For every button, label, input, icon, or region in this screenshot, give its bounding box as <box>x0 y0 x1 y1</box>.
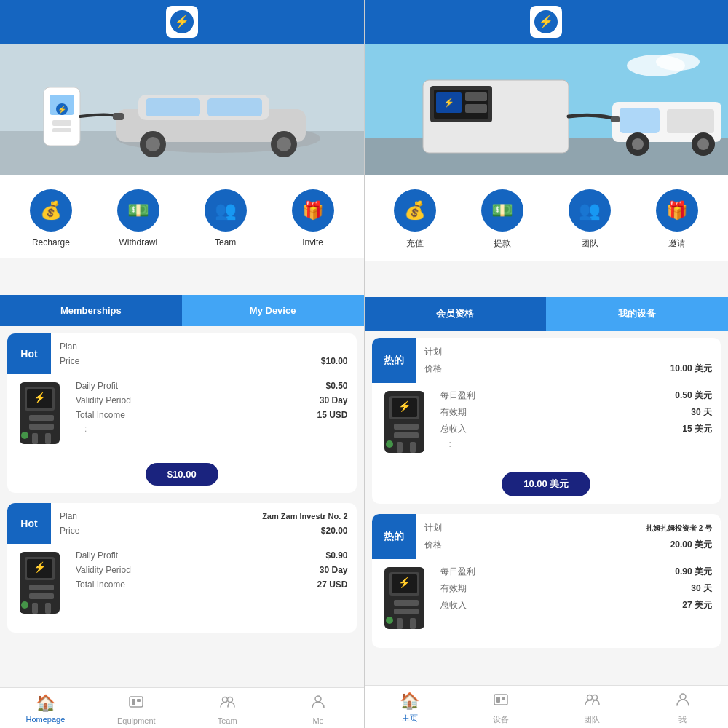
logo-left: ⚡ <box>166 6 198 38</box>
tuandui-label: 团队 <box>581 237 598 250</box>
svg-rect-7 <box>146 98 200 116</box>
plan-info-r2: 计划 扎姆扎姆投资者 2 号 价格 20.00 美元 <box>416 514 721 559</box>
nav-team-left[interactable]: Team <box>182 694 273 725</box>
svg-point-12 <box>277 137 291 151</box>
spacer-right2 <box>365 275 729 297</box>
tikuan-label: 提款 <box>494 237 511 250</box>
svg-rect-83 <box>494 695 507 705</box>
icon-invite[interactable]: 🎁 Invite <box>292 189 334 248</box>
recharge-label: Recharge <box>32 237 70 248</box>
chongzhi-icon: 💰 <box>394 189 436 232</box>
plan-info-r1: 计划 价格 10.00 美元 <box>416 338 721 383</box>
tab-mydevice[interactable]: My Device <box>182 295 364 326</box>
plan-header-2: Hot Plan Zam Zam Investr No. 2 Price $20… <box>7 503 357 544</box>
nav-me-label-left: Me <box>312 716 323 725</box>
svg-rect-8 <box>207 98 262 116</box>
nav-team-right[interactable]: 团队 <box>546 692 637 725</box>
nav-team-label-left: Team <box>218 716 237 725</box>
detail-daily-profit-2: Daily Profit $0.90 <box>76 548 348 563</box>
detail-total-income-r1: 总收入 15 美元 <box>440 421 713 438</box>
plan-header-1: Hot Plan Price $10.00 <box>7 333 357 374</box>
svg-rect-18 <box>52 128 71 132</box>
plan-body-1: ⚡ Daily Profit $0.50 <box>7 374 357 463</box>
svg-rect-71 <box>397 442 403 453</box>
svg-rect-38 <box>130 697 143 707</box>
icon-tikuan[interactable]: 💵 提款 <box>481 189 523 250</box>
plan-row-price-2: Price $20.00 <box>60 523 348 538</box>
nav-me-left[interactable]: Me <box>273 694 364 725</box>
svg-text:⚡: ⚡ <box>539 15 553 28</box>
icon-tuandui[interactable]: 👥 团队 <box>569 189 611 250</box>
nav-homepage-left[interactable]: 🏠 Homepage <box>0 694 91 725</box>
icon-recharge[interactable]: 💰 Recharge <box>30 189 72 248</box>
detail-total-income-2: Total Income 27 USD <box>76 577 348 592</box>
spacer-left2 <box>0 273 364 295</box>
plan-card-1-right: 热的 计划 价格 10.00 美元 <box>372 338 721 504</box>
buy-button-1[interactable]: $10.00 <box>146 463 218 486</box>
detail-daily-profit-r2: 每日盈利 0.90 美元 <box>440 563 713 580</box>
me-icon-left <box>310 694 326 714</box>
yaoqing-icon: 🎁 <box>656 189 698 232</box>
icon-grid-left: 💰 Recharge 💵 Withdrawl 👥 Team 🎁 Invite <box>0 175 364 258</box>
svg-point-41 <box>223 697 228 703</box>
tab-bar-right: 会员资格 我的设备 <box>365 297 729 331</box>
team-icon-right <box>584 692 600 712</box>
plan-row-plan-2: Plan Zam Zam Investr No. 2 <box>60 509 348 523</box>
tab-wodesebei[interactable]: 我的设备 <box>546 297 728 331</box>
invite-icon: 🎁 <box>292 189 334 232</box>
plan-card-2-left: Hot Plan Zam Zam Investr No. 2 Price $20… <box>7 503 357 633</box>
svg-rect-84 <box>496 697 500 703</box>
svg-point-42 <box>228 697 233 703</box>
svg-point-43 <box>315 696 321 702</box>
nav-me-right[interactable]: 我 <box>637 692 728 725</box>
detail-validity-r2: 有效期 30 天 <box>440 580 713 597</box>
plan-details-r2: 每日盈利 0.90 美元 有效期 30 天 总收入 27 美元 <box>440 563 713 614</box>
tuandui-icon: 👥 <box>569 189 611 232</box>
svg-rect-78 <box>394 600 419 606</box>
svg-text:⚡: ⚡ <box>397 577 411 589</box>
detail-total-income-1: Total Income 15 USD <box>76 408 348 422</box>
plan-details-2: Daily Profit $0.90 Validity Period 30 Da… <box>76 548 348 592</box>
hero-image-left: ⚡ <box>0 44 364 175</box>
svg-point-10 <box>146 137 160 151</box>
nav-equipment-label-left: Equipment <box>117 716 156 725</box>
spacer-left <box>0 258 364 273</box>
hero-image-right: ⚡ <box>365 44 729 175</box>
nav-equipment-left[interactable]: Equipment <box>91 694 182 725</box>
tab-memberships[interactable]: Memberships <box>0 295 182 326</box>
buy-button-r1[interactable]: 10.00 美元 <box>502 472 590 496</box>
plan-body-2: ⚡ Daily Profit $0.90 <box>7 544 357 633</box>
svg-text:⚡: ⚡ <box>443 97 454 108</box>
nav-team-label-right: 团队 <box>584 714 600 725</box>
nav-me-label-right: 我 <box>678 714 687 725</box>
plan-header-r2: 热的 计划 扎姆扎姆投资者 2 号 价格 20.00 美元 <box>372 514 721 559</box>
withdrawl-icon: 💵 <box>117 189 159 232</box>
nav-equipment-right[interactable]: 设备 <box>455 692 546 725</box>
svg-point-28 <box>21 432 28 439</box>
svg-rect-55 <box>465 92 487 101</box>
icon-withdrawl[interactable]: 💵 Withdrawl <box>117 189 159 248</box>
svg-rect-17 <box>52 120 71 126</box>
tab-huiyuanzige[interactable]: 会员资格 <box>365 297 547 331</box>
svg-rect-34 <box>29 593 54 599</box>
plan-row-price-r1: 价格 10.00 美元 <box>424 360 713 377</box>
icon-chongzhi[interactable]: 💰 充值 <box>394 189 436 250</box>
plan-row-price-1: Price $10.00 <box>60 354 348 368</box>
yaoqing-label: 邀请 <box>668 237 686 250</box>
tikuan-icon: 💵 <box>481 189 523 232</box>
svg-point-48 <box>656 53 700 71</box>
home-icon-left: 🏠 <box>36 694 55 713</box>
header-left: ⚡ <box>0 0 364 44</box>
device-image-r2: ⚡ <box>381 563 432 639</box>
svg-point-61 <box>632 138 644 150</box>
svg-rect-26 <box>32 433 38 444</box>
icon-grid-right: 💰 充值 💵 提款 👥 团队 🎁 邀请 <box>365 175 729 261</box>
icon-team[interactable]: 👥 Team <box>205 189 247 248</box>
icon-yaoqing[interactable]: 🎁 邀请 <box>656 189 698 250</box>
me-icon-right <box>675 692 691 712</box>
bottom-nav-right: 🏠 主页 设备 <box>365 685 729 728</box>
device-image-2: ⚡ <box>16 548 67 624</box>
chongzhi-label: 充值 <box>406 237 424 250</box>
svg-rect-79 <box>394 609 419 614</box>
nav-homepage-right[interactable]: 🏠 主页 <box>365 692 456 725</box>
